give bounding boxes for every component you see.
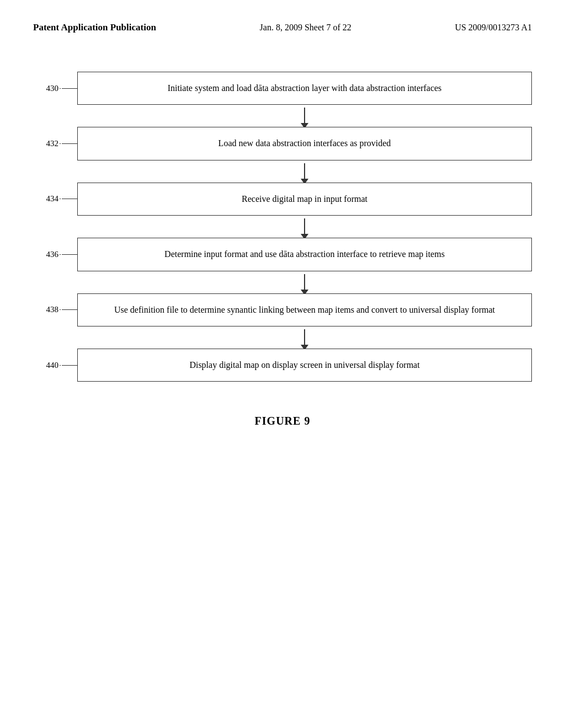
step-row-438: 438 Use definition file to determine syn… (33, 293, 532, 326)
arrow-436-438 (33, 271, 532, 293)
header-publication: Patent Application Publication (33, 22, 156, 33)
arrow-line (304, 329, 305, 346)
step-row-436: 436 Determine input format and use dāta … (33, 238, 532, 271)
step-connector-434: 434 (33, 194, 77, 204)
header-patent-number: US 2009/0013273 A1 (455, 23, 532, 33)
step-connector-432: 432 (33, 139, 77, 148)
header-date-sheet: Jan. 8, 2009 Sheet 7 of 22 (260, 23, 351, 33)
step-box-436: Determine input format and use dāta abst… (77, 238, 532, 271)
arrow-430-432 (33, 105, 532, 127)
step-box-432: Load new data abstraction interfaces as … (77, 127, 532, 160)
arrow-line (304, 274, 305, 291)
arrow-line (304, 163, 305, 180)
step-connector-430: 430 (33, 84, 77, 93)
step-connector-436: 436 (33, 250, 77, 259)
step-label-430: 430 (46, 84, 59, 93)
figure-caption: FIGURE 9 (33, 415, 532, 427)
page: Patent Application Publication Jan. 8, 2… (0, 0, 565, 728)
header: Patent Application Publication Jan. 8, 2… (33, 22, 532, 39)
step-row-430: 430 Initiate system and load dāta abstra… (33, 72, 532, 105)
step-label-440: 440 (46, 361, 59, 370)
arrow-line (304, 108, 305, 124)
flowchart: 430 Initiate system and load dāta abstra… (33, 72, 532, 382)
step-box-434: Receive digital map in input format (77, 183, 532, 216)
arrow-432-434 (33, 160, 532, 183)
step-connector-438: 438 (33, 305, 77, 314)
step-label-434: 434 (46, 194, 59, 204)
step-row-432: 432 Load new data abstraction interfaces… (33, 127, 532, 160)
arrow-line (304, 218, 305, 235)
step-label-436: 436 (46, 250, 59, 259)
step-row-434: 434 Receive digital map in input format (33, 183, 532, 216)
arrow-438-440 (33, 326, 532, 349)
step-connector-440: 440 (33, 361, 77, 370)
step-box-430: Initiate system and load dāta abstractio… (77, 72, 532, 105)
step-row-440: 440 Display digital map on display scree… (33, 349, 532, 382)
arrow-434-436 (33, 216, 532, 238)
step-box-438: Use definition file to determine synanti… (77, 293, 532, 326)
step-box-440: Display digital map on display screen in… (77, 349, 532, 382)
step-label-432: 432 (46, 139, 59, 148)
step-label-438: 438 (46, 305, 59, 314)
